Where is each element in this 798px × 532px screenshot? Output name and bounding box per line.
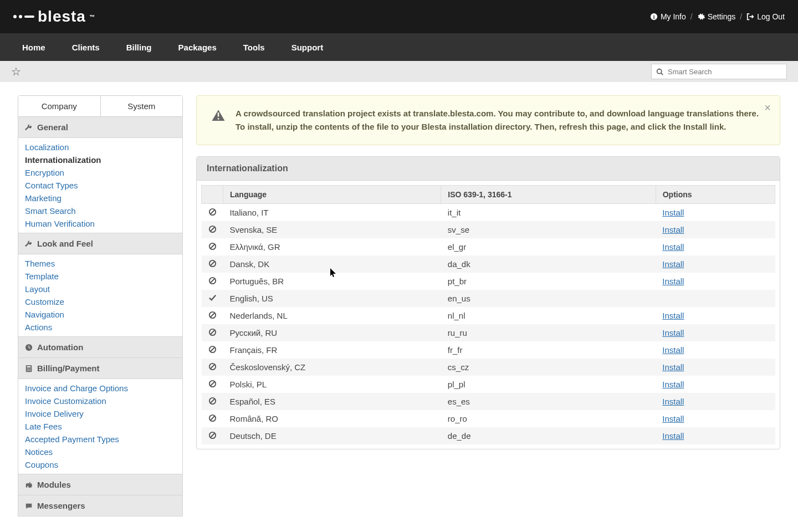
lang-options: Install <box>656 393 775 410</box>
myinfo-link[interactable]: i My Info <box>650 12 686 21</box>
lang-name: Ελληνικά, GR <box>223 238 441 255</box>
search-input[interactable] <box>668 68 782 76</box>
sidebar-link[interactable]: Localization <box>25 142 176 152</box>
lang-code: ru_ru <box>441 324 656 341</box>
sidebar-link[interactable]: Layout <box>25 284 176 294</box>
sidebar-link[interactable]: Encryption <box>25 168 176 177</box>
section-automation[interactable]: Automation <box>18 337 183 358</box>
sidebar-link[interactable]: Marketing <box>25 193 176 203</box>
ban-icon <box>202 324 223 340</box>
lang-code: de_de <box>441 427 656 444</box>
sidebar-link[interactable]: Template <box>25 272 176 281</box>
sidebar-link[interactable]: Themes <box>25 259 176 268</box>
sidebar-link[interactable]: Actions <box>25 323 176 332</box>
lang-name: Русский, RU <box>223 324 441 341</box>
lang-code: fr_fr <box>441 341 656 359</box>
install-link[interactable]: Install <box>662 259 684 269</box>
nav-packages[interactable]: Packages <box>178 43 217 52</box>
topbar: blesta™ i My Info / Settings / Log Out <box>0 0 798 33</box>
section-messengers[interactable]: Messengers <box>18 495 183 516</box>
wrench-icon <box>25 124 33 131</box>
svg-line-14 <box>210 210 214 214</box>
lang-name: Italiano, IT <box>223 204 441 222</box>
lang-name: English, US <box>223 290 441 307</box>
sidebar-link[interactable]: Customize <box>25 297 176 306</box>
install-link[interactable]: Install <box>662 431 684 441</box>
install-link[interactable]: Install <box>662 208 684 217</box>
table-row: Français, FRfr_frInstall <box>202 341 775 359</box>
sidebar-link[interactable]: Contact Types <box>25 181 176 190</box>
table-row: Svenska, SEsv_seInstall <box>202 221 775 238</box>
svg-line-36 <box>210 416 214 421</box>
lang-name: Svenska, SE <box>223 221 441 238</box>
install-link[interactable]: Install <box>662 345 684 355</box>
sidebar-link[interactable]: Invoice Delivery <box>25 409 176 418</box>
sidebar-link[interactable]: Invoice Customization <box>25 396 176 406</box>
sidebar-tabs: Company System <box>18 95 183 117</box>
lang-options: Install <box>656 204 775 222</box>
sidebar-link[interactable]: Internationalization <box>25 155 176 165</box>
lang-options: Install <box>656 376 775 393</box>
table-row: Polski, PLpl_plInstall <box>202 376 775 393</box>
wrench-icon <box>25 240 33 248</box>
col-options: Options <box>656 186 775 204</box>
nav-billing[interactable]: Billing <box>126 43 152 52</box>
svg-line-16 <box>210 227 214 232</box>
section-billing[interactable]: Billing/Payment <box>18 358 183 379</box>
install-link[interactable]: Install <box>662 380 684 389</box>
table-row: Ελληνικά, GRel_grInstall <box>202 238 775 255</box>
svg-point-8 <box>28 369 29 370</box>
table-row: Nederlands, NLnl_nlInstall <box>202 307 775 324</box>
settings-link[interactable]: Settings <box>697 12 736 21</box>
section-modules[interactable]: Modules <box>18 474 183 495</box>
install-link[interactable]: Install <box>662 225 684 234</box>
install-link[interactable]: Install <box>662 242 684 252</box>
tab-company[interactable]: Company <box>18 96 100 116</box>
lang-options <box>656 290 775 307</box>
lang-code: sv_se <box>441 221 656 238</box>
logo[interactable]: blesta™ <box>13 8 95 25</box>
sidebar-link[interactable]: Coupons <box>25 460 176 469</box>
check-icon <box>202 290 223 306</box>
ban-icon <box>202 204 223 220</box>
sidebar-link[interactable]: Accepted Payment Types <box>25 434 176 444</box>
sidebar-link[interactable]: Invoice and Charge Options <box>25 383 176 393</box>
nav-home[interactable]: Home <box>22 43 45 52</box>
svg-point-10 <box>27 370 28 371</box>
tab-system[interactable]: System <box>100 96 183 116</box>
nav-tools[interactable]: Tools <box>243 43 265 52</box>
svg-line-20 <box>210 262 214 266</box>
ban-icon <box>202 341 223 357</box>
sidebar-link[interactable]: Notices <box>25 447 176 457</box>
close-icon[interactable]: × <box>764 101 771 114</box>
ban-icon <box>202 307 223 323</box>
install-link[interactable]: Install <box>662 414 684 423</box>
sidebar-link[interactable]: Navigation <box>25 310 176 319</box>
section-look[interactable]: Look and Feel <box>18 233 183 254</box>
svg-line-28 <box>210 347 214 352</box>
install-link[interactable]: Install <box>662 328 684 337</box>
nav-support[interactable]: Support <box>291 43 324 52</box>
language-table: Language ISO 639-1, 3166-1 Options Itali… <box>201 185 775 444</box>
install-link[interactable]: Install <box>662 277 684 286</box>
lang-options: Install <box>656 324 775 341</box>
section-general[interactable]: General <box>18 117 183 138</box>
lang-code: nl_nl <box>441 307 656 324</box>
nav-clients[interactable]: Clients <box>72 43 100 52</box>
table-row: Italiano, ITit_itInstall <box>202 204 775 222</box>
star-icon[interactable]: ☆ <box>11 65 21 78</box>
table-row: Dansk, DKda_dkInstall <box>202 255 775 273</box>
sidebar-link[interactable]: Smart Search <box>25 206 176 216</box>
sidebar-link[interactable]: Late Fees <box>25 422 176 431</box>
sidebar-link[interactable]: Human Verification <box>25 219 176 228</box>
install-link[interactable]: Install <box>662 311 684 320</box>
install-link[interactable]: Install <box>662 362 684 372</box>
lang-name: Nederlands, NL <box>223 307 441 324</box>
ban-icon <box>202 359 223 375</box>
install-link[interactable]: Install <box>662 397 684 406</box>
svg-point-11 <box>28 370 29 371</box>
lang-options: Install <box>656 238 775 255</box>
lang-code: es_es <box>441 393 656 410</box>
ban-icon <box>202 255 223 272</box>
logout-link[interactable]: Log Out <box>746 12 785 21</box>
